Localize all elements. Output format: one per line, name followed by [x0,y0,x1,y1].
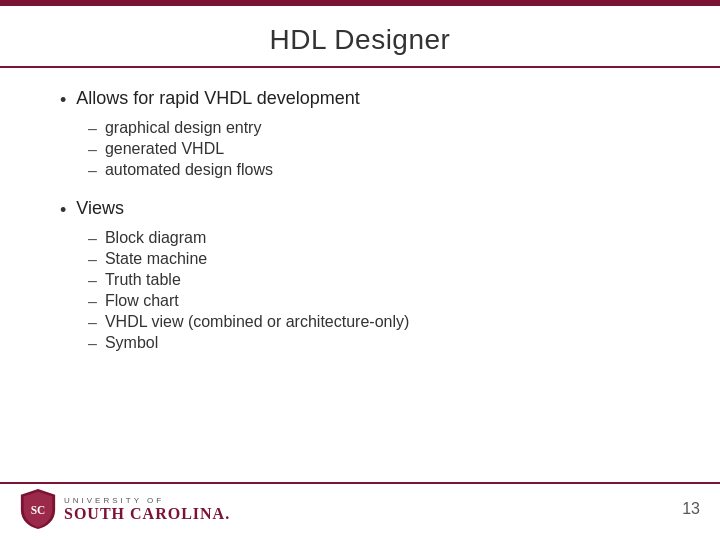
dash-icon-2-4: – [88,293,97,311]
sub-bullet-1-1: – graphical design entry [88,119,660,138]
bullet-group-1: • Allows for rapid VHDL development – gr… [60,88,660,180]
sub-bullet-2-6: – Symbol [88,334,660,353]
sub-bullets-1: – graphical design entry – generated VHD… [88,119,660,180]
south-carolina-label: SOUTH CAROLINA. [64,505,230,523]
university-of-label: UNIVERSITY OF [64,496,230,505]
svg-text:SC: SC [31,504,46,516]
sub-bullet-2-3-text: Truth table [105,271,181,289]
sub-bullet-1-1-text: graphical design entry [105,119,262,137]
sub-bullet-1-2: – generated VHDL [88,140,660,159]
title-section: HDL Designer [0,6,720,68]
dash-icon-2-2: – [88,251,97,269]
sub-bullet-2-4: – Flow chart [88,292,660,311]
footer-logo: SC UNIVERSITY OF SOUTH CAROLINA. [20,489,230,529]
content-section: • Allows for rapid VHDL development – gr… [0,68,720,482]
sub-bullet-1-2-text: generated VHDL [105,140,224,158]
sub-bullet-1-3: – automated design flows [88,161,660,180]
page-number: 13 [682,500,700,518]
shield-logo-icon: SC [20,489,56,529]
sub-bullet-2-6-text: Symbol [105,334,158,352]
slide-title: HDL Designer [40,24,680,56]
sub-bullet-2-5-text: VHDL view (combined or architecture-only… [105,313,409,331]
main-bullet-1: • Allows for rapid VHDL development [60,88,660,111]
university-text: UNIVERSITY OF SOUTH CAROLINA. [64,496,230,523]
sub-bullet-2-2: – State machine [88,250,660,269]
sub-bullet-2-3: – Truth table [88,271,660,290]
sub-bullet-2-1-text: Block diagram [105,229,206,247]
main-bullet-1-text: Allows for rapid VHDL development [76,88,359,109]
sub-bullet-2-2-text: State machine [105,250,207,268]
dash-icon-1-1: – [88,120,97,138]
bullet-dot-1: • [60,90,66,111]
dash-icon-2-1: – [88,230,97,248]
dash-icon-1-2: – [88,141,97,159]
slide: HDL Designer • Allows for rapid VHDL dev… [0,0,720,534]
dash-icon-2-5: – [88,314,97,332]
bullet-dot-2: • [60,200,66,221]
footer: SC UNIVERSITY OF SOUTH CAROLINA. 13 [0,482,720,534]
main-bullet-2: • Views [60,198,660,221]
bullet-group-2: • Views – Block diagram – State machine … [60,198,660,353]
dash-icon-1-3: – [88,162,97,180]
sub-bullet-2-5: – VHDL view (combined or architecture-on… [88,313,660,332]
sub-bullets-2: – Block diagram – State machine – Truth … [88,229,660,353]
sub-bullet-2-4-text: Flow chart [105,292,179,310]
sub-bullet-2-1: – Block diagram [88,229,660,248]
main-bullet-2-text: Views [76,198,124,219]
sub-bullet-1-3-text: automated design flows [105,161,273,179]
dash-icon-2-6: – [88,335,97,353]
dash-icon-2-3: – [88,272,97,290]
